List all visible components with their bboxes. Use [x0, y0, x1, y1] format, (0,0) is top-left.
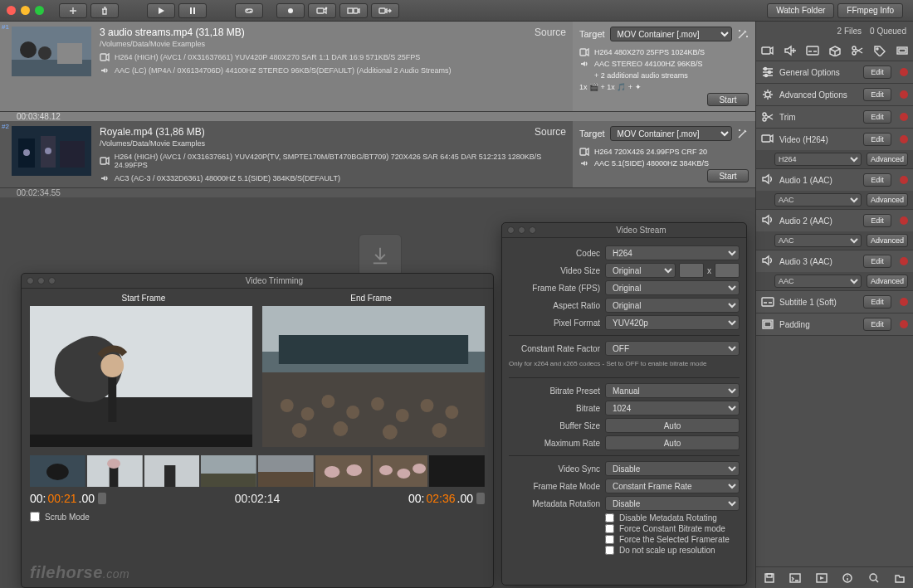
- subtitle-icon[interactable]: [805, 43, 820, 58]
- camera-icon[interactable]: [760, 43, 775, 58]
- watch-folder-button[interactable]: Watch Folder: [767, 3, 834, 18]
- camera-close-button[interactable]: [308, 3, 336, 18]
- sidebar-section-subtitle-1-soft-[interactable]: Subtitle 1 (Soft) Edit: [756, 291, 913, 313]
- maxrate-field[interactable]: Auto: [605, 435, 740, 450]
- maximize-icon[interactable]: [35, 6, 44, 15]
- edit-button[interactable]: Edit: [863, 133, 891, 146]
- pause-button[interactable]: [178, 3, 207, 18]
- end-timecode[interactable]: 00:02:36.00: [408, 492, 485, 505]
- crf-select[interactable]: OFF: [605, 341, 740, 356]
- svg-point-31: [321, 395, 334, 408]
- chk-disable-rotating[interactable]: [605, 513, 614, 522]
- panel-traffic[interactable]: [507, 226, 536, 234]
- magic-icon[interactable]: [737, 128, 749, 139]
- mrot-select[interactable]: Disable: [605, 496, 740, 511]
- sidebar-section-advanced-options[interactable]: Advanced Options Edit: [756, 84, 913, 105]
- vsync-select[interactable]: Disable: [605, 461, 740, 476]
- advanced-button[interactable]: Advanced: [867, 234, 908, 247]
- play-button[interactable]: [147, 3, 175, 18]
- videosize-select[interactable]: Original: [605, 263, 676, 278]
- end-frame-preview[interactable]: [262, 306, 485, 447]
- pixfmt-select[interactable]: YUV420p: [605, 315, 740, 330]
- height-input[interactable]: [715, 263, 740, 278]
- edit-button[interactable]: Edit: [863, 66, 891, 79]
- advanced-button[interactable]: Advanced: [867, 193, 908, 207]
- advanced-button[interactable]: Advanced: [867, 275, 908, 288]
- preset-select[interactable]: Manual: [605, 383, 740, 398]
- sidebar-section-audio-2-aac-[interactable]: Audio 2 (AAC) Edit: [756, 210, 913, 231]
- sidebar-section-trim[interactable]: Trim Edit: [756, 106, 913, 128]
- delete-button[interactable]: [90, 3, 119, 18]
- start-button[interactable]: Start: [707, 169, 749, 182]
- start-button[interactable]: Start: [707, 93, 749, 106]
- record-button[interactable]: [276, 3, 305, 18]
- package-icon[interactable]: [828, 43, 842, 58]
- link-button[interactable]: [235, 3, 263, 18]
- start-frame-preview[interactable]: [30, 306, 252, 447]
- close-icon[interactable]: [7, 6, 16, 15]
- sidebar-section-padding[interactable]: Padding Edit: [756, 313, 913, 335]
- scissors-icon[interactable]: [850, 43, 865, 58]
- ffmpeg-info-button[interactable]: FFmpeg Info: [837, 3, 903, 18]
- width-input[interactable]: [679, 263, 704, 278]
- queue-item[interactable]: #2 Royale.mp4 (31,86 MB) /Volumes/Data/M…: [0, 121, 755, 188]
- stepper-icon[interactable]: [476, 493, 485, 504]
- svg-point-70: [765, 92, 770, 97]
- info-icon[interactable]: [842, 572, 853, 584]
- codec-subselect[interactable]: AAC: [774, 234, 862, 247]
- queue-item[interactable]: #1 3 audio streams.mp4 (31,18 MB) /Volum…: [0, 22, 755, 112]
- play-file-icon[interactable]: [816, 572, 828, 584]
- container-select[interactable]: MOV Container [.mov]: [610, 126, 732, 141]
- fps-select[interactable]: Original: [605, 280, 740, 295]
- svg-point-62: [852, 46, 856, 50]
- edit-button[interactable]: Edit: [863, 214, 891, 227]
- edit-button[interactable]: Edit: [863, 173, 891, 187]
- audio-add-icon[interactable]: [783, 43, 798, 58]
- edit-button[interactable]: Edit: [863, 255, 891, 268]
- codec-select[interactable]: H264: [605, 245, 740, 260]
- frmode-select[interactable]: Constant Frame Rate: [605, 479, 740, 493]
- target-label: Target: [579, 129, 605, 138]
- timeline[interactable]: [22, 447, 493, 490]
- export-camera-button[interactable]: [371, 3, 399, 18]
- svg-rect-18: [100, 158, 106, 164]
- advanced-button[interactable]: Advanced: [867, 153, 908, 166]
- save-icon[interactable]: [764, 572, 775, 584]
- stepper-icon[interactable]: [98, 493, 106, 504]
- drop-target-icon[interactable]: [359, 234, 402, 277]
- chk-force-framerate[interactable]: [605, 535, 614, 544]
- container-select[interactable]: MOV Container [.mov]: [610, 27, 732, 41]
- bitrate-select[interactable]: 1024: [605, 401, 740, 415]
- sidebar-section-audio-3-aac-[interactable]: Audio 3 (AAC) Edit: [756, 250, 913, 272]
- edit-button[interactable]: Edit: [863, 295, 891, 309]
- sidebar-section-video-h264-[interactable]: Video (H264) Edit: [756, 129, 913, 150]
- svg-point-64: [876, 48, 878, 50]
- image-camera-button[interactable]: [339, 3, 368, 18]
- search-icon[interactable]: [868, 572, 880, 584]
- terminal-icon[interactable]: [789, 572, 801, 584]
- sidebar-section-general-options[interactable]: General Options Edit: [756, 61, 913, 83]
- scrub-mode-checkbox[interactable]: [30, 512, 40, 522]
- panel-traffic[interactable]: [27, 277, 56, 284]
- chk-no-upscale[interactable]: [605, 546, 614, 555]
- file-path: /Volumes/Data/Movie Examples: [100, 40, 566, 48]
- buffer-field[interactable]: Auto: [605, 418, 740, 433]
- codec-subselect[interactable]: AAC: [774, 275, 862, 288]
- chk-force-cbr[interactable]: [605, 524, 614, 533]
- sidebar-section-audio-1-aac-[interactable]: Audio 1 (AAC) Edit: [756, 169, 913, 191]
- codec-subselect[interactable]: AAC: [774, 193, 862, 207]
- add-button[interactable]: [59, 3, 87, 18]
- folder-icon[interactable]: [894, 572, 906, 584]
- edit-button[interactable]: Edit: [863, 318, 891, 331]
- minimize-icon[interactable]: [21, 6, 30, 15]
- queue-list: #1 3 audio streams.mp4 (31,18 MB) /Volum…: [0, 22, 755, 197]
- codec-subselect[interactable]: H264: [774, 153, 862, 166]
- edit-button[interactable]: Edit: [863, 88, 891, 101]
- chk-label: Do not scale up resolution: [619, 546, 715, 555]
- edit-button[interactable]: Edit: [863, 110, 891, 124]
- magic-icon[interactable]: [737, 28, 749, 40]
- aspect-icon[interactable]: [895, 43, 910, 58]
- tag-icon[interactable]: [872, 43, 887, 58]
- aspect-select[interactable]: Original: [605, 298, 740, 313]
- start-timecode[interactable]: 00:00:21.00: [30, 492, 106, 505]
